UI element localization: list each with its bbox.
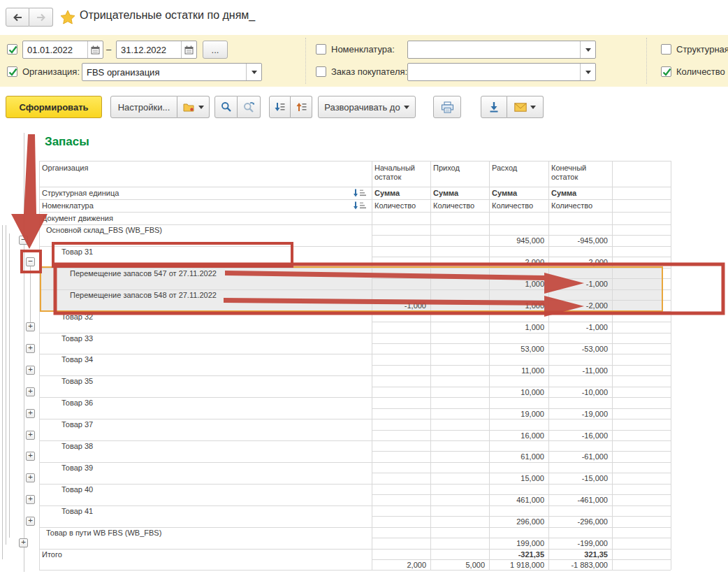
expand-to-label: Разворачивать до — [324, 102, 400, 113]
qty-value: -945,000 — [550, 236, 608, 247]
gridline-vertical — [430, 161, 431, 570]
organization-combo[interactable]: FBS организация — [82, 63, 262, 81]
dropdown-button[interactable] — [246, 64, 261, 80]
customer-order-combo[interactable] — [407, 63, 596, 81]
qty-value: -10,000 — [550, 387, 608, 399]
expand-toggle-button[interactable]: + — [26, 431, 35, 440]
chevron-down-icon — [585, 48, 591, 52]
settings-button[interactable]: Настройки... — [110, 96, 177, 118]
printer-icon — [441, 101, 454, 113]
expand-toggle-button[interactable]: + — [19, 538, 28, 547]
qty-value: 61,000 — [490, 452, 544, 463]
qty-value: 11,000 — [490, 366, 544, 377]
measure-sum: Сумма — [374, 189, 400, 198]
structural-unit-label: Структурная е — [676, 41, 728, 59]
collapse-toggle-button[interactable]: − — [19, 236, 28, 245]
favorite-star-icon[interactable] — [60, 10, 75, 24]
calendar-icon — [91, 45, 100, 55]
collapse-toggle-button[interactable]: − — [26, 257, 35, 266]
measure-sum: Сумма — [492, 189, 517, 198]
filter-separator — [646, 38, 647, 84]
nomenclature-combo[interactable] — [407, 41, 596, 59]
column-header-income: Приход — [433, 164, 485, 173]
structural-unit-checkbox[interactable] — [661, 44, 671, 55]
generate-button[interactable]: Сформировать — [6, 96, 102, 118]
calendar-button[interactable] — [181, 41, 196, 58]
expand-to-button[interactable]: Разворачивать до — [318, 96, 416, 118]
gridline-horizontal — [39, 212, 671, 213]
qty-value: 2,000 — [373, 560, 426, 571]
report-variants-icon — [183, 102, 195, 113]
back-button[interactable] — [6, 8, 29, 27]
history-nav — [6, 8, 53, 27]
period-from-input[interactable]: 01.01.2022 — [22, 41, 103, 59]
mail-button[interactable] — [507, 96, 544, 118]
search-button[interactable] — [214, 96, 238, 118]
filter-panel: 01.01.2022 – 31.12.2022 ... — [0, 35, 728, 87]
nomenclature-checkbox[interactable] — [316, 44, 326, 55]
measure-qty: Количество — [374, 201, 416, 210]
organization-checkbox[interactable] — [7, 66, 17, 77]
mail-icon — [514, 103, 527, 112]
expand-toggle-button[interactable]: + — [26, 322, 35, 331]
expand-toggle-button[interactable]: + — [26, 409, 35, 418]
sort-icon[interactable] — [353, 189, 368, 197]
expand-toggle-button[interactable]: + — [26, 517, 35, 526]
back-arrow-icon — [12, 13, 23, 22]
expand-toggle-button[interactable]: + — [26, 473, 35, 482]
collapse-groups-button[interactable] — [269, 96, 291, 118]
chevron-down-icon — [198, 106, 204, 109]
quantity-label: Количество ко — [676, 63, 728, 81]
period-more-button[interactable]: ... — [203, 41, 228, 59]
expand-toggle-button[interactable]: + — [26, 387, 35, 396]
calendar-button[interactable] — [87, 41, 103, 58]
qty-value: -461,000 — [550, 495, 608, 506]
qty-value: 296,000 — [490, 517, 544, 528]
expand-toggle-button[interactable]: + — [26, 344, 35, 353]
qty-value: 461,000 — [490, 495, 544, 506]
sort-icon[interactable] — [353, 201, 368, 210]
dropdown-button[interactable] — [580, 41, 595, 58]
chevron-down-icon — [404, 106, 409, 109]
dropdown-button[interactable] — [580, 64, 595, 80]
expand-toggle-button[interactable]: + — [26, 366, 35, 375]
period-dash: – — [106, 41, 111, 59]
expand-toggle-button[interactable]: + — [26, 452, 35, 461]
search-next-button[interactable] — [238, 96, 261, 118]
period-checkbox[interactable] — [7, 44, 17, 55]
forward-arrow-icon — [36, 13, 47, 22]
measure-qty: Количество — [492, 201, 533, 210]
group-row-label: Товар 34 — [61, 354, 93, 366]
qty-value: 10,000 — [490, 387, 544, 399]
tree-bracket-line — [30, 265, 31, 322]
qty-value: 5,000 — [432, 560, 485, 571]
customer-order-checkbox[interactable] — [316, 66, 326, 77]
chevron-down-icon — [530, 106, 536, 109]
row-header-organization: Организация — [42, 164, 88, 173]
column-header-opening: Начальный остаток — [374, 164, 426, 182]
gridline-vertical — [548, 161, 549, 570]
gridline-vertical — [671, 161, 671, 570]
period-to-input[interactable]: 31.12.2022 — [116, 41, 197, 59]
check-icon — [662, 68, 672, 77]
save-button[interactable] — [481, 96, 507, 118]
group-row-label: Товар 36 — [61, 398, 93, 409]
print-button[interactable] — [433, 96, 461, 118]
measure-qty: Количество — [551, 201, 592, 210]
group-row-label: Товар в пути WB FBS (WB_FBS) — [46, 528, 161, 539]
expand-groups-icon — [296, 102, 307, 112]
qty-value: 945,000 — [490, 236, 544, 247]
page-title: Отрицательные остатки по дням_ — [80, 9, 255, 22]
qty-value: -199,000 — [550, 538, 608, 550]
expand-groups-button[interactable] — [291, 96, 312, 118]
quantity-checkbox[interactable] — [661, 66, 671, 77]
group-row-label: Товар 37 — [61, 419, 93, 431]
group-row-label: Товар 38 — [61, 441, 93, 452]
chevron-down-icon — [252, 71, 257, 74]
calendar-icon — [184, 45, 194, 55]
expand-toggle-button[interactable]: + — [26, 495, 35, 504]
report-variants-button[interactable] — [177, 96, 210, 118]
qty-value: 53,000 — [490, 344, 544, 355]
qty-value: -11,000 — [550, 366, 608, 377]
forward-button[interactable] — [29, 8, 53, 27]
